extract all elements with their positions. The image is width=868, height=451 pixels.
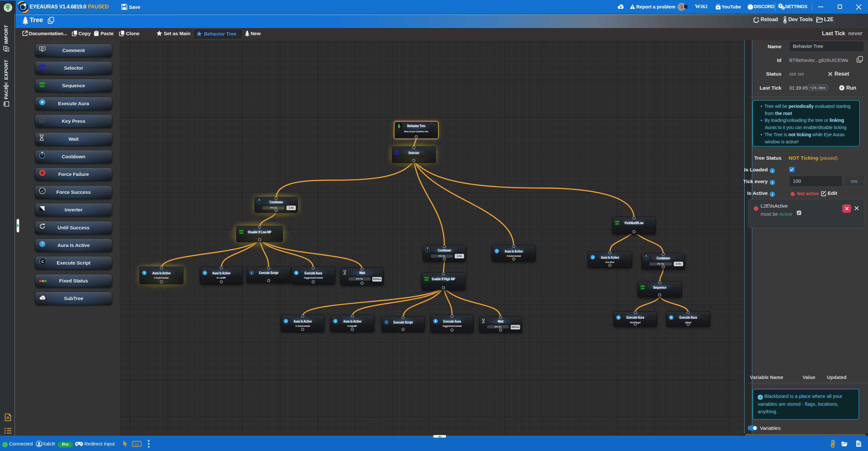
svg-text:3: 3 [680,4,683,9]
svg-text:?: ? [41,242,43,246]
svg-text:C: C [41,259,44,263]
